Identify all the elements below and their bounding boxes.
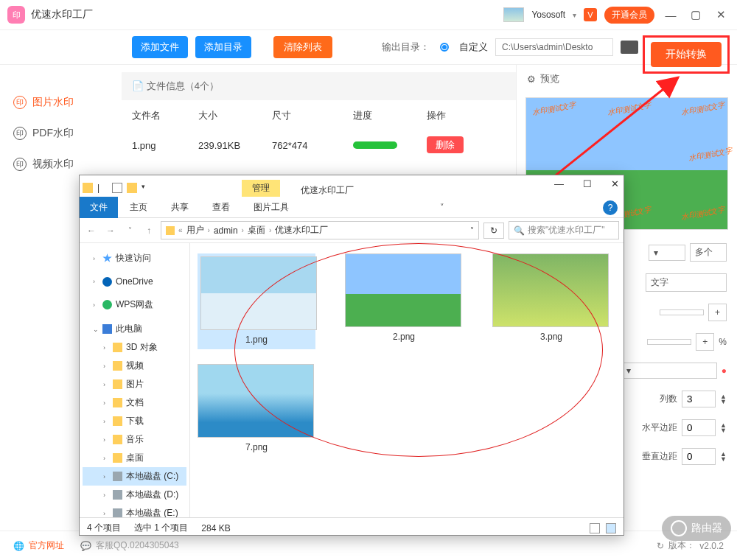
vpad-stepper[interactable]: ▲▼ [720,452,727,462]
tree-onedrive[interactable]: ›OneDrive [83,273,186,290]
nav-up-icon[interactable]: ↑ [142,225,156,236]
vpad-input[interactable] [682,448,716,465]
explorer-search-input[interactable]: 🔍搜索"优速水印工厂" [509,221,619,239]
ribbon-share-tab[interactable]: 共享 [159,197,200,218]
view-details-icon[interactable] [590,523,600,533]
address-bar[interactable]: « 用户› admin› 桌面› 优速水印工厂 ˅ [161,221,479,239]
count-select[interactable]: 多个 [690,243,727,262]
col-prog: 进度 [353,109,427,122]
tree-3d[interactable]: ›3D 对象 [83,338,186,357]
param-input-2[interactable] [647,339,691,345]
crumb-desktop[interactable]: 桌面 [248,224,265,237]
search-icon: 🔍 [514,225,525,236]
file-item-2[interactable]: 2.png [345,253,463,349]
folder-icon [113,343,122,352]
hpad-stepper[interactable]: ▲▼ [720,423,727,433]
tree-drive-c[interactable]: ›本地磁盘 (C:) [83,467,186,486]
preview-header: 预览 [540,72,559,85]
cols-input[interactable] [682,391,716,407]
delete-button[interactable]: 删除 [427,136,464,153]
status-selected: 选中 1 个项目 [134,522,188,534]
support-qq[interactable]: 💬 客服QQ.0204305043 [80,539,179,552]
crumb-admin[interactable]: admin [214,225,238,236]
explorer-window-title: 优速水印工厂 [301,184,354,197]
nav-back-icon[interactable]: ← [84,225,99,236]
file-thumb [198,364,314,438]
tree-pictures[interactable]: ›图片 [83,375,186,393]
param-select-3[interactable]: ▾ [621,363,717,379]
ribbon-expand-caret[interactable]: ˅ [440,203,444,212]
file-label: 3.png [492,327,610,343]
video-wm-icon: 印 [13,158,27,171]
nav-pdf-watermark[interactable]: 印PDF水印 [0,118,114,149]
add-folder-button[interactable]: 添加目录 [195,36,251,58]
user-avatar[interactable] [503,7,524,22]
qat-folder-icon[interactable] [127,183,137,193]
tree-drive-d[interactable]: ›本地磁盘 (D:) [83,486,186,504]
browse-folder-icon[interactable] [621,41,638,54]
crumb-folder[interactable]: 优速水印工厂 [275,224,328,237]
qat-sep: | [97,183,108,193]
view-thumbs-icon[interactable] [606,523,616,533]
refresh-button[interactable]: ↻ [483,223,504,239]
ribbon-manage-tab[interactable]: 管理 [242,180,280,197]
tree-videos[interactable]: ›视频 [83,357,186,375]
maximize-button[interactable]: ▢ [687,8,705,21]
start-convert-button[interactable]: 开始转换 [651,42,722,67]
clear-list-button[interactable]: 清除列表 [273,36,332,58]
cols-stepper[interactable]: ▲▼ [720,394,727,405]
crumb-users[interactable]: 用户 [186,224,204,237]
user-name[interactable]: Yososoft [531,10,565,20]
user-dropdown-caret[interactable]: ▾ [573,11,576,19]
wm-text-input[interactable]: 文字 [646,273,727,292]
tree-documents[interactable]: ›文档 [83,393,186,412]
explorer-minimize-button[interactable]: — [554,178,564,189]
nav-history-caret[interactable]: ˅ [122,226,137,234]
plus-button-2[interactable]: + [696,333,714,351]
ribbon-home-tab[interactable]: 主页 [118,197,159,218]
close-button[interactable]: ✕ [712,8,730,21]
open-vip-button[interactable]: 开通会员 [604,7,654,24]
file-item-3[interactable]: 3.png [492,253,610,349]
plus-button-1[interactable]: + [708,304,727,321]
tree-quick-access[interactable]: ›快速访问 [83,249,186,267]
help-icon[interactable]: ? [603,200,618,215]
official-site-link[interactable]: 🌐 官方网址 [13,539,64,552]
folder-icon [113,398,122,407]
ribbon-picture-tools-tab[interactable]: 图片工具 [242,197,301,218]
pc-icon [102,324,112,334]
col-act: 操作 [427,109,478,122]
add-file-button[interactable]: 添加文件 [132,36,188,58]
tree-downloads[interactable]: ›下载 [83,412,186,430]
output-custom-radio[interactable] [440,43,449,52]
explorer-close-button[interactable]: ✕ [611,178,619,189]
tree-music[interactable]: ›音乐 [83,430,186,449]
output-path-input[interactable] [495,38,613,56]
explorer-maximize-button[interactable]: ☐ [583,178,592,189]
file-item-1[interactable]: 1.png [198,253,315,349]
nav-image-watermark[interactable]: 印图片水印 [0,87,114,118]
minimize-button[interactable]: — [662,9,680,21]
nav-forward-icon[interactable]: → [103,225,118,236]
tree-desktop[interactable]: ›桌面 [83,449,186,467]
ribbon-view-tab[interactable]: 查看 [200,197,242,218]
position-select[interactable]: ▾ [649,245,685,261]
hpad-input[interactable] [682,419,716,436]
file-label: 7.png [198,438,315,454]
param-input-1[interactable] [660,309,704,315]
file-size-cell: 239.91KB [198,140,272,151]
router-icon [671,520,687,536]
file-row[interactable]: 1.png 239.91KB 762*474 删除 [122,131,516,159]
addr-dropdown-caret[interactable]: ˅ [470,226,474,234]
refresh-icon[interactable]: ↻ [657,541,664,551]
tree-drive-e[interactable]: ›本地磁盘 (E:) [83,504,186,517]
tree-wps[interactable]: ›WPS网盘 [83,295,186,314]
tree-this-pc[interactable]: ⌄此电脑 [83,320,186,338]
file-item-4[interactable]: 7.png [198,364,315,454]
vpad-label: 垂直边距 [642,450,677,463]
qat-check-icon[interactable] [112,183,122,193]
warn-icon: ● [722,365,727,376]
ribbon-file-tab[interactable]: 文件 [80,197,118,218]
qat-caret[interactable]: ▾ [142,183,152,193]
file-thumb [492,253,609,327]
